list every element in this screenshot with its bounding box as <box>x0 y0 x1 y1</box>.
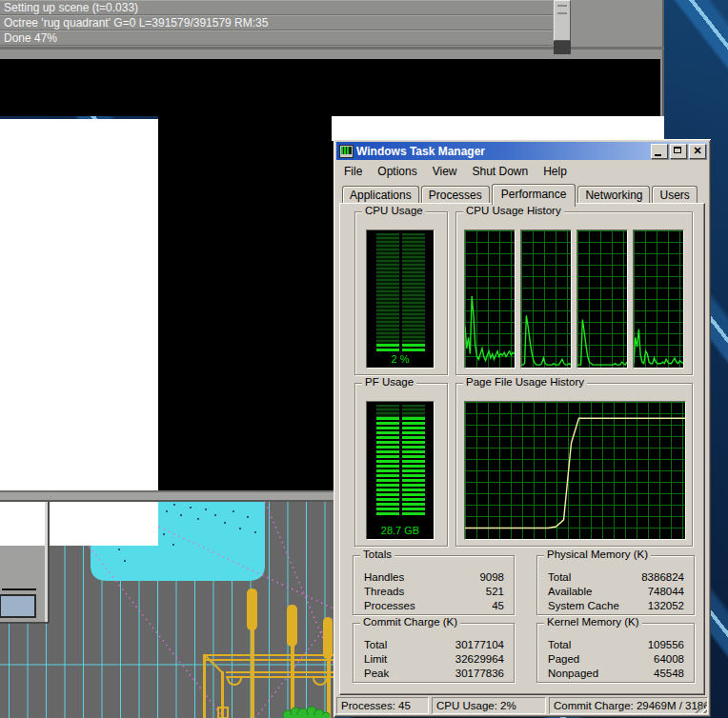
stat-value: 748044 <box>648 585 684 599</box>
stat-row: Available748044 <box>537 585 694 599</box>
stat-row: Processes45 <box>354 599 514 613</box>
log-scrollbar[interactable] <box>554 0 572 54</box>
totals-group: Totals Handles9098 Threads521 Processes4… <box>353 555 515 615</box>
tab-performance[interactable]: Performance <box>492 184 576 207</box>
desktop: Setting up scene (t=0.033) Octree 'rug q… <box>0 0 728 718</box>
menu-bar: File Options View Shut Down Help <box>336 163 708 180</box>
stat-row: Nonpaged45548 <box>537 667 694 681</box>
cpu2-history-graph <box>520 229 572 369</box>
tab-processes[interactable]: Processes <box>421 186 490 205</box>
status-bar: Processes: 45 CPU Usage: 2% Commit Charg… <box>336 697 708 714</box>
task-manager-window: Windows Task Manager ✕ File Options View… <box>334 139 711 717</box>
stat-value: 30177104 <box>455 638 504 652</box>
stat-label: Total <box>548 570 571 585</box>
stat-row: Paged64008 <box>537 652 694 667</box>
group-label: Page File Usage History <box>463 376 587 388</box>
log-line: Setting up scene (t=0.033) <box>0 0 553 15</box>
stat-value: 109556 <box>648 638 684 652</box>
stat-value: 521 <box>486 585 504 599</box>
blank-window <box>332 116 664 141</box>
status-cpu-usage: CPU Usage: 2% <box>432 697 546 714</box>
status-commit-charge: Commit Charge: 29469M / 31865M <box>549 697 708 714</box>
pagefile-history-graph <box>464 401 686 540</box>
stat-row: Handles9098 <box>354 570 514 585</box>
pf-usage-group: PF Usage 28.7 GB <box>354 383 448 547</box>
blank-window <box>0 119 158 497</box>
cpu-usage-gauge: 2 % <box>366 229 435 369</box>
physical-memory-group: Physical Memory (K) Total8386824 Availab… <box>536 555 695 615</box>
tab-networking[interactable]: Networking <box>577 186 650 205</box>
group-label: CPU Usage <box>362 205 426 216</box>
stat-row: Total109556 <box>537 638 694 652</box>
tab-applications[interactable]: Applications <box>342 186 419 205</box>
maximize-button[interactable] <box>670 144 687 159</box>
stat-value: 64008 <box>654 652 684 667</box>
stat-value: 8386824 <box>641 570 684 585</box>
group-label: Physical Memory (K) <box>544 548 651 560</box>
stat-label: Handles <box>364 570 404 585</box>
minimize-button[interactable] <box>651 144 668 159</box>
window-title: Windows Task Manager <box>356 145 649 158</box>
cad-side-dialog <box>0 502 50 624</box>
menu-help[interactable]: Help <box>536 163 575 180</box>
cpu-usage-group: CPU Usage 2 % <box>354 211 448 375</box>
cpu4-history-graph <box>633 229 684 369</box>
stat-label: Total <box>548 638 571 652</box>
tab-strip: Applications Processes Performance Netwo… <box>342 186 699 205</box>
commit-charge-group: Commit Charge (K) Total30177104 Limit326… <box>353 623 515 683</box>
stat-label: Paged <box>548 652 579 667</box>
stat-value: 32629964 <box>455 652 504 667</box>
titlebar[interactable]: Windows Task Manager ✕ <box>336 142 708 160</box>
log-line: Octree 'rug quadrant' G=0 L=391579/39157… <box>0 15 553 30</box>
kernel-memory-group: Kernel Memory (K) Total109556 Paged64008… <box>536 623 695 683</box>
pf-usage-gauge: 28.7 GB <box>366 401 435 540</box>
stat-value: 30177836 <box>455 667 504 681</box>
stat-label: Total <box>364 638 387 652</box>
stat-value: 132052 <box>648 599 684 613</box>
cpu-usage-value: 2 % <box>367 353 434 365</box>
stat-label: Available <box>548 585 592 599</box>
dialog-button[interactable] <box>0 595 35 617</box>
menu-file[interactable]: File <box>336 163 370 180</box>
tab-users[interactable]: Users <box>652 186 697 205</box>
stat-row: Peak30177836 <box>354 667 514 681</box>
cad-viewport-window <box>0 490 335 718</box>
group-label: Kernel Memory (K) <box>544 616 642 628</box>
blank-window-fragment <box>50 502 158 546</box>
pf-history-group: Page File Usage History <box>455 383 693 547</box>
group-label: CPU Usage History <box>463 205 564 216</box>
stat-value: 45548 <box>654 667 684 681</box>
cpu-history-group: CPU Usage History <box>455 211 693 375</box>
stat-value: 9098 <box>479 570 504 585</box>
render-window-black <box>0 59 660 116</box>
stat-row: Limit32629964 <box>354 652 514 667</box>
cpu3-history-graph <box>576 229 628 369</box>
stat-value: 45 <box>492 599 504 613</box>
stat-row: System Cache132052 <box>537 599 694 613</box>
menu-options[interactable]: Options <box>370 163 424 180</box>
stat-label: Threads <box>364 585 404 599</box>
close-button[interactable]: ✕ <box>689 144 706 159</box>
group-label: Commit Charge (K) <box>360 616 460 628</box>
log-line: Done 47% <box>0 30 553 46</box>
menu-view[interactable]: View <box>425 163 465 180</box>
stat-row: Threads521 <box>354 585 514 599</box>
group-label: Totals <box>360 548 394 560</box>
menu-shutdown[interactable]: Shut Down <box>465 163 536 180</box>
cad-canvas <box>0 490 335 718</box>
group-label: PF Usage <box>362 376 416 388</box>
stat-row: Total30177104 <box>354 638 514 652</box>
task-manager-icon <box>339 145 354 158</box>
stat-row: Total8386824 <box>537 570 694 585</box>
stat-label: Peak <box>364 667 389 681</box>
scrollbar-track[interactable] <box>554 41 571 54</box>
scrollbar-thumb[interactable] <box>554 0 571 41</box>
stat-label: System Cache <box>548 599 619 613</box>
stat-label: Processes <box>364 599 415 613</box>
stat-label: Limit <box>364 652 387 667</box>
cpu1-history-graph <box>464 229 516 369</box>
status-processes: Processes: 45 <box>336 697 429 714</box>
pf-usage-value: 28.7 GB <box>367 525 434 536</box>
stat-label: Nonpaged <box>548 667 598 681</box>
render-window-black <box>158 116 335 495</box>
